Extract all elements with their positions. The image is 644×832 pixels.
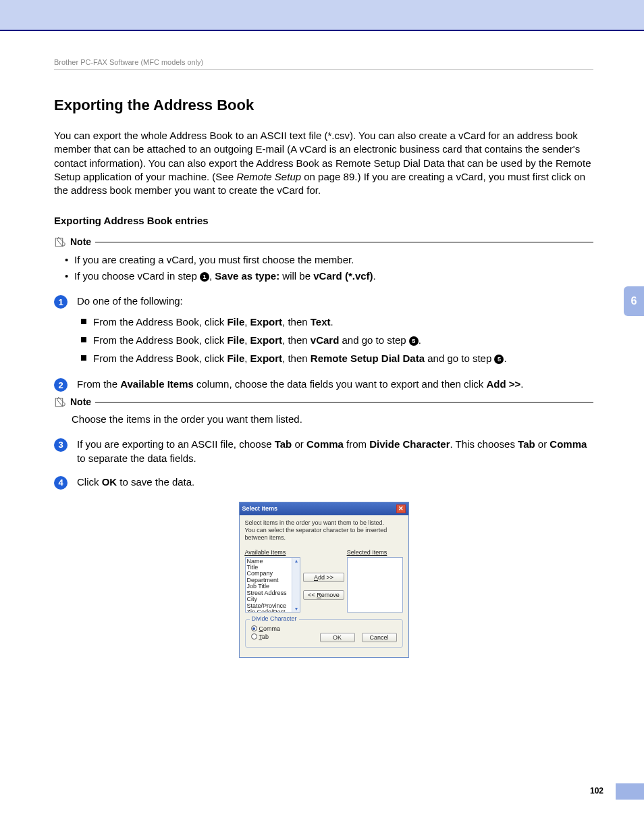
remote-setup-link[interactable]: Remote Setup [236,171,301,182]
step-1: 1 Do one of the following: [54,294,593,309]
scroll-up-icon[interactable]: ▴ [295,558,298,564]
note-label: Note [70,236,91,247]
divide-character-group: Divide Character Comma Tab OK Cancel [245,619,403,648]
radio-comma-input[interactable] [251,625,257,631]
step1-option-text: From the Address Book, click File, Expor… [81,313,593,331]
top-band [0,0,644,31]
step1-option-rsdd: From the Address Book, click File, Expor… [81,349,593,367]
select-items-dialog: Select Items ✕ Select items in the order… [239,502,409,658]
step-circle-4: 4 [54,476,68,490]
note-header-2: Note [54,396,593,408]
step2-body: From the Available Items column, choose … [77,377,523,391]
listbox-scrollbar[interactable]: ▴ ▾ [292,558,300,612]
step3-body: If you are exporting to an ASCII file, c… [77,437,593,465]
step4-body: Click OK to save the data. [77,475,194,489]
step-circle-3: 3 [54,438,68,452]
scroll-down-icon[interactable]: ▾ [295,606,298,612]
dialog-title-text: Select Items [242,505,278,512]
dialog-cancel-button[interactable]: Cancel [362,633,397,642]
step-4: 4 Click OK to save the data. [54,475,593,490]
note-rule-2 [95,402,593,402]
step-circle-1: 1 [54,295,68,309]
note2-body: Choose the items in the order you want t… [54,412,593,427]
step-ref-5a-icon: 5 [409,336,419,346]
note-rule [95,242,593,242]
step1-options: From the Address Book, click File, Expor… [54,313,593,367]
note1-bullet2: If you choose vCard in step 1, Save as t… [66,268,593,284]
available-items-listbox[interactable]: NameTitleCompanyDepartmentJob TitleStree… [245,557,301,613]
page-header: Brother PC-FAX Software (MFC models only… [54,58,593,70]
intro-paragraph: You can export the whole Address Book to… [54,129,593,197]
step-circle-2: 2 [54,378,68,392]
radio-tab-input[interactable] [251,633,257,640]
selected-items-listbox[interactable] [347,557,403,613]
dialog-instructions: Select items in the order you want them … [245,519,403,542]
page-number: 102 [590,786,603,796]
note-pencil-icon-2 [54,396,66,408]
list-item[interactable]: Zip Code/Post Code [247,609,291,612]
available-items-label: Available Items [245,549,301,556]
section-title: Exporting the Address Book [54,97,593,114]
add-button[interactable]: Add >> [303,573,344,582]
thumb-stripe [616,783,644,800]
dialog-screenshot: Select Items ✕ Select items in the order… [54,502,593,658]
dialog-close-button[interactable]: ✕ [396,504,406,513]
step-ref-5b-icon: 5 [494,355,504,364]
remove-button[interactable]: << Remove [303,590,344,600]
note-list-1: If you are creating a vCard, you must fi… [54,252,593,284]
note-label-2: Note [70,396,91,407]
note-pencil-icon [54,236,66,248]
selected-items-label: Selected Items [347,549,403,556]
chapter-side-tab: 6 [624,286,644,316]
dialog-titlebar: Select Items ✕ [240,502,408,515]
note-header-1: Note [54,236,593,248]
step-3: 3 If you are exporting to an ASCII file,… [54,437,593,465]
step1-option-vcard: From the Address Book, click File, Expor… [81,331,593,349]
subheading: Exporting Address Book entries [54,215,593,226]
note1-bullet1: If you are creating a vCard, you must fi… [66,252,593,268]
step-ref-1-icon: 1 [200,272,209,282]
dialog-ok-button[interactable]: OK [320,633,355,642]
radio-comma[interactable]: Comma [251,625,397,632]
step1-body: Do one of the following: [77,294,183,308]
page-content: Brother PC-FAX Software (MFC models only… [0,31,644,658]
step-2: 2 From the Available Items column, choos… [54,377,593,392]
divide-character-legend: Divide Character [250,615,299,622]
